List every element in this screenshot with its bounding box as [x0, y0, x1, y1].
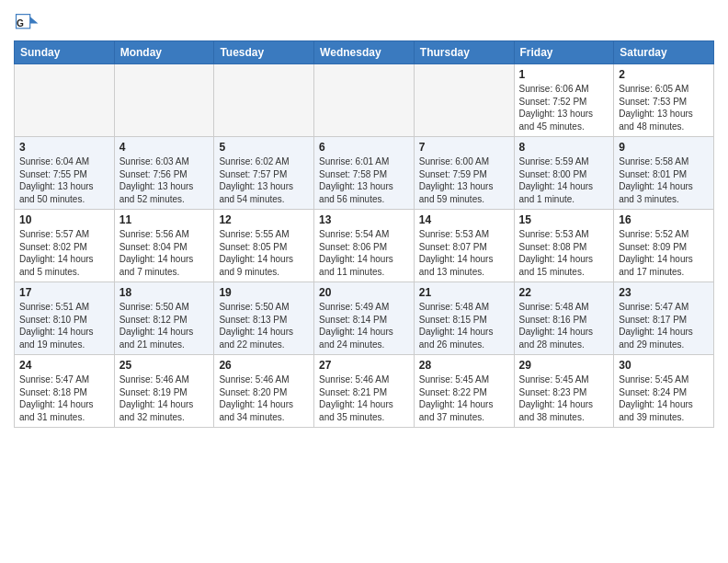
calendar-cell: 1Sunrise: 6:06 AMSunset: 7:52 PMDaylight…	[514, 64, 614, 137]
calendar-cell: 8Sunrise: 5:59 AMSunset: 8:00 PMDaylight…	[514, 137, 614, 210]
calendar-cell: 30Sunrise: 5:45 AMSunset: 8:24 PMDayligh…	[614, 355, 714, 428]
col-header-saturday: Saturday	[614, 41, 714, 64]
day-number: 20	[319, 286, 409, 299]
week-row-3: 10Sunrise: 5:57 AMSunset: 8:02 PMDayligh…	[15, 210, 714, 282]
day-number: 23	[619, 286, 709, 299]
day-info: Sunrise: 6:04 AMSunset: 7:55 PMDaylight:…	[19, 155, 109, 205]
day-info: Sunrise: 5:54 AMSunset: 8:06 PMDaylight:…	[319, 228, 409, 278]
day-number: 3	[19, 141, 109, 154]
day-number: 16	[619, 213, 709, 226]
day-number: 27	[319, 359, 409, 372]
day-info: Sunrise: 5:51 AMSunset: 8:10 PMDaylight:…	[19, 301, 109, 350]
day-info: Sunrise: 5:50 AMSunset: 8:12 PMDaylight:…	[119, 301, 210, 350]
day-number: 25	[119, 359, 210, 372]
calendar-cell: 19Sunrise: 5:50 AMSunset: 8:13 PMDayligh…	[214, 282, 314, 355]
day-info: Sunrise: 5:48 AMSunset: 8:16 PMDaylight:…	[519, 301, 609, 350]
day-number: 7	[419, 141, 509, 154]
col-header-tuesday: Tuesday	[214, 41, 314, 64]
calendar-cell	[15, 64, 115, 137]
day-info: Sunrise: 5:47 AMSunset: 8:18 PMDaylight:…	[19, 373, 109, 423]
day-number: 14	[419, 213, 509, 226]
day-info: Sunrise: 6:02 AMSunset: 7:57 PMDaylight:…	[219, 155, 309, 205]
col-header-sunday: Sunday	[15, 41, 115, 64]
day-number: 24	[19, 359, 109, 372]
day-number: 8	[519, 141, 609, 154]
calendar-cell	[214, 64, 314, 137]
day-info: Sunrise: 6:06 AMSunset: 7:52 PMDaylight:…	[519, 83, 609, 132]
calendar-cell: 6Sunrise: 6:01 AMSunset: 7:58 PMDaylight…	[314, 137, 415, 210]
day-info: Sunrise: 5:58 AMSunset: 8:01 PMDaylight:…	[619, 155, 709, 205]
calendar-cell	[414, 64, 514, 137]
calendar-cell: 28Sunrise: 5:45 AMSunset: 8:22 PMDayligh…	[414, 355, 514, 428]
calendar-cell: 4Sunrise: 6:03 AMSunset: 7:56 PMDaylight…	[114, 137, 214, 210]
day-info: Sunrise: 6:01 AMSunset: 7:58 PMDaylight:…	[319, 155, 409, 205]
day-info: Sunrise: 5:47 AMSunset: 8:17 PMDaylight:…	[619, 301, 709, 350]
day-info: Sunrise: 5:46 AMSunset: 8:19 PMDaylight:…	[119, 373, 210, 423]
calendar-cell: 3Sunrise: 6:04 AMSunset: 7:55 PMDaylight…	[15, 137, 115, 210]
day-info: Sunrise: 5:56 AMSunset: 8:04 PMDaylight:…	[119, 228, 210, 278]
day-info: Sunrise: 5:49 AMSunset: 8:14 PMDaylight:…	[319, 301, 409, 350]
calendar-cell	[314, 64, 415, 137]
day-info: Sunrise: 5:53 AMSunset: 8:08 PMDaylight:…	[519, 228, 609, 278]
calendar-table: SundayMondayTuesdayWednesdayThursdayFrid…	[14, 40, 714, 428]
day-number: 5	[219, 141, 309, 154]
calendar-cell: 5Sunrise: 6:02 AMSunset: 7:57 PMDaylight…	[214, 137, 314, 210]
day-info: Sunrise: 5:45 AMSunset: 8:23 PMDaylight:…	[519, 373, 609, 423]
day-number: 30	[619, 359, 709, 372]
day-info: Sunrise: 6:05 AMSunset: 7:53 PMDaylight:…	[619, 83, 709, 132]
calendar-cell: 16Sunrise: 5:52 AMSunset: 8:09 PMDayligh…	[614, 210, 714, 282]
calendar-cell: 2Sunrise: 6:05 AMSunset: 7:53 PMDaylight…	[614, 64, 714, 137]
day-info: Sunrise: 5:45 AMSunset: 8:22 PMDaylight:…	[419, 373, 509, 423]
day-number: 4	[119, 141, 210, 154]
day-info: Sunrise: 5:46 AMSunset: 8:20 PMDaylight:…	[219, 373, 309, 423]
calendar-cell: 9Sunrise: 5:58 AMSunset: 8:01 PMDaylight…	[614, 137, 714, 210]
day-info: Sunrise: 5:55 AMSunset: 8:05 PMDaylight:…	[219, 228, 309, 278]
day-number: 2	[619, 68, 709, 81]
calendar-cell: 25Sunrise: 5:46 AMSunset: 8:19 PMDayligh…	[114, 355, 214, 428]
week-row-2: 3Sunrise: 6:04 AMSunset: 7:55 PMDaylight…	[15, 137, 714, 210]
day-info: Sunrise: 5:59 AMSunset: 8:00 PMDaylight:…	[519, 155, 609, 205]
header: G	[14, 9, 714, 35]
day-number: 22	[519, 286, 609, 299]
calendar-cell: 22Sunrise: 5:48 AMSunset: 8:16 PMDayligh…	[514, 282, 614, 355]
week-row-1: 1Sunrise: 6:06 AMSunset: 7:52 PMDaylight…	[15, 64, 714, 137]
calendar-cell: 14Sunrise: 5:53 AMSunset: 8:07 PMDayligh…	[414, 210, 514, 282]
week-row-4: 17Sunrise: 5:51 AMSunset: 8:10 PMDayligh…	[15, 282, 714, 355]
day-number: 15	[519, 213, 609, 226]
day-info: Sunrise: 6:03 AMSunset: 7:56 PMDaylight:…	[119, 155, 210, 205]
calendar-cell: 10Sunrise: 5:57 AMSunset: 8:02 PMDayligh…	[15, 210, 115, 282]
day-number: 17	[19, 286, 109, 299]
day-info: Sunrise: 5:48 AMSunset: 8:15 PMDaylight:…	[419, 301, 509, 350]
day-info: Sunrise: 6:00 AMSunset: 7:59 PMDaylight:…	[419, 155, 509, 205]
calendar-cell: 18Sunrise: 5:50 AMSunset: 8:12 PMDayligh…	[114, 282, 214, 355]
calendar-cell: 20Sunrise: 5:49 AMSunset: 8:14 PMDayligh…	[314, 282, 415, 355]
day-number: 18	[119, 286, 210, 299]
calendar-cell: 21Sunrise: 5:48 AMSunset: 8:15 PMDayligh…	[414, 282, 514, 355]
day-number: 28	[419, 359, 509, 372]
logo: G	[14, 9, 43, 35]
day-number: 21	[419, 286, 509, 299]
calendar-cell: 12Sunrise: 5:55 AMSunset: 8:05 PMDayligh…	[214, 210, 314, 282]
calendar-cell: 15Sunrise: 5:53 AMSunset: 8:08 PMDayligh…	[514, 210, 614, 282]
svg-text:G: G	[17, 18, 24, 29]
col-header-monday: Monday	[114, 41, 214, 64]
calendar-cell: 11Sunrise: 5:56 AMSunset: 8:04 PMDayligh…	[114, 210, 214, 282]
calendar-cell: 29Sunrise: 5:45 AMSunset: 8:23 PMDayligh…	[514, 355, 614, 428]
day-number: 10	[19, 213, 109, 226]
calendar-cell: 13Sunrise: 5:54 AMSunset: 8:06 PMDayligh…	[314, 210, 415, 282]
calendar-cell: 26Sunrise: 5:46 AMSunset: 8:20 PMDayligh…	[214, 355, 314, 428]
day-number: 26	[219, 359, 309, 372]
day-number: 9	[619, 141, 709, 154]
col-header-wednesday: Wednesday	[314, 41, 415, 64]
calendar-header-row: SundayMondayTuesdayWednesdayThursdayFrid…	[15, 41, 714, 64]
col-header-friday: Friday	[514, 41, 614, 64]
day-info: Sunrise: 5:45 AMSunset: 8:24 PMDaylight:…	[619, 373, 709, 423]
calendar-cell: 24Sunrise: 5:47 AMSunset: 8:18 PMDayligh…	[15, 355, 115, 428]
day-number: 6	[319, 141, 409, 154]
day-info: Sunrise: 5:52 AMSunset: 8:09 PMDaylight:…	[619, 228, 709, 278]
col-header-thursday: Thursday	[414, 41, 514, 64]
day-number: 1	[519, 68, 609, 81]
calendar-cell: 27Sunrise: 5:46 AMSunset: 8:21 PMDayligh…	[314, 355, 415, 428]
calendar-cell: 7Sunrise: 6:00 AMSunset: 7:59 PMDaylight…	[414, 137, 514, 210]
day-info: Sunrise: 5:46 AMSunset: 8:21 PMDaylight:…	[319, 373, 409, 423]
